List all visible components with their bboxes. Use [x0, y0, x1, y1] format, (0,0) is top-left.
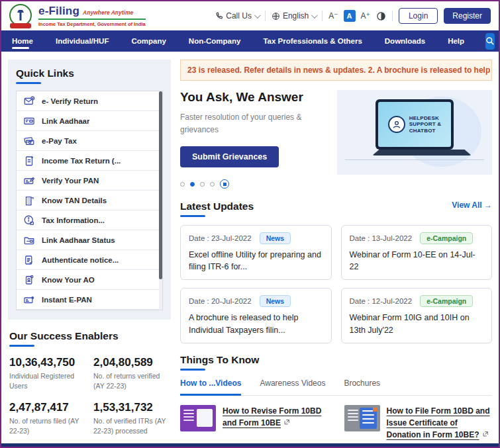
- update-card[interactable]: Date : 23-Jul-2022 News Excel offline Ut…: [180, 225, 332, 280]
- things-to-know-title: Things To Know: [180, 354, 492, 366]
- quick-link-know-tan-details[interactable]: Know TAN Details: [17, 191, 162, 210]
- quick-link-know-your-ao[interactable]: Know Your AO: [17, 270, 162, 290]
- laptop-illustration: HELPDESK SUPPORT & CHATBOT: [372, 99, 457, 156]
- register-button[interactable]: Register: [444, 8, 491, 24]
- login-button[interactable]: Login: [399, 8, 438, 24]
- success-enablers-section: Our Success Enablers 10,36,43,750 Indivi…: [8, 330, 171, 448]
- title-underline: [180, 215, 205, 217]
- brand-title: e-Filing: [38, 5, 79, 18]
- carousel-dot-1[interactable]: [180, 182, 185, 187]
- update-title: Excel offline Utility for preparing and …: [189, 249, 323, 273]
- quick-link-tax-information[interactable]: Tax Information...: [17, 210, 162, 230]
- scrollbar-thumb[interactable]: [159, 91, 162, 279]
- font-decrease-button[interactable]: A⁻: [328, 11, 338, 21]
- video-link-revise-form-10bd[interactable]: How to Revise Form 10BD and Form 10BE: [180, 405, 328, 441]
- tab-how-to-videos[interactable]: How to ...Videos: [180, 379, 241, 396]
- quick-link-verify-your-pan[interactable]: Verify Your PAN: [17, 171, 162, 191]
- latest-updates-view-all-link[interactable]: View All →: [452, 201, 492, 210]
- nav-item-company[interactable]: Company: [130, 30, 167, 52]
- footer-strip: [1, 443, 499, 447]
- nav-item-downloads[interactable]: Downloads: [383, 30, 426, 52]
- you-ask-title: You Ask, We Answer: [180, 90, 330, 105]
- helpdesk-illustration: HELPDESK SUPPORT & CHATBOT: [337, 90, 492, 175]
- carousel-dot-4[interactable]: [210, 182, 215, 187]
- external-link-icon: [283, 419, 290, 426]
- chevron-down-icon: [254, 12, 261, 19]
- carousel-pause-button[interactable]: [220, 179, 229, 189]
- quick-link-link-aadhaar-status[interactable]: Link Aadhaar Status: [17, 230, 162, 250]
- news-badge: News: [260, 295, 291, 307]
- nav-item-home[interactable]: Home: [11, 30, 34, 52]
- success-enablers-title: Our Success Enablers: [9, 330, 170, 342]
- font-increase-button[interactable]: A⁺: [361, 11, 370, 21]
- news-badge: News: [260, 232, 291, 244]
- quick-link-instant-e-pan[interactable]: Instant E-PAN: [17, 290, 162, 310]
- call-us-menu[interactable]: Call Us: [215, 11, 259, 21]
- tab-awareness-videos[interactable]: Awareness Videos: [260, 379, 325, 395]
- divider: [322, 11, 323, 21]
- language-label: English: [283, 11, 309, 21]
- title-underline: [9, 345, 34, 347]
- quick-link-authenticate-notice[interactable]: Authenticate notice...: [17, 250, 162, 270]
- update-title: A brochure is released to help Individua…: [189, 312, 323, 336]
- tab-brochures[interactable]: Brochures: [344, 379, 380, 395]
- update-card[interactable]: Date : 12-Jul-2022 e-Campaign Webinar Fo…: [341, 288, 493, 343]
- latest-updates-section: Latest Updates View All → Date : 23-Jul-…: [180, 201, 492, 343]
- video-link-file-form-10bd[interactable]: How to File Form 10BD and Issue Certific…: [344, 405, 493, 441]
- update-title: Webinar Form 10IG and 10IH on 13th July'…: [350, 312, 484, 336]
- chevron-down-icon: [311, 12, 318, 19]
- folder-card-icon: [23, 234, 35, 246]
- title-underline: [180, 369, 205, 371]
- quick-link-e-pay-tax[interactable]: e-Pay Tax: [17, 131, 162, 151]
- update-date: Date : 20-Jul-2022: [189, 297, 252, 305]
- divider: [392, 11, 393, 21]
- update-card[interactable]: Date : 20-Jul-2022 News A brochure is re…: [180, 288, 332, 343]
- income-tax-emblem-logo: [9, 4, 33, 28]
- ashoka-pillar-icon: [17, 10, 24, 21]
- stat-itrs-processed: 1,53,31,732 No. of verified ITRs (AY 22-…: [93, 401, 170, 435]
- update-date: Date : 23-Jul-2022: [189, 234, 252, 242]
- quick-link-income-tax-return[interactable]: Income Tax Return (...: [17, 151, 162, 171]
- search-button[interactable]: [485, 33, 495, 50]
- file-plus-icon: [23, 155, 35, 167]
- quick-links-list: e- Verify Return Link Aadhaar e-Pay Tax …: [16, 91, 163, 310]
- helpdesk-screen-text: HELPDESK SUPPORT & CHATBOT: [409, 115, 441, 134]
- phone-icon: [215, 12, 223, 20]
- update-card[interactable]: Date : 13-Jul-2022 e-Campaign Webinar of…: [341, 225, 493, 280]
- video-thumbnail[interactable]: [180, 405, 216, 431]
- nav-item-tax-professionals[interactable]: Tax Professionals & Others: [262, 30, 363, 52]
- font-size-controls: A⁻ A A⁺: [328, 10, 370, 22]
- stat-returns-verified: 2,04,80,589 No. of returns verified (AY …: [93, 356, 170, 390]
- scrollbar-track[interactable]: [159, 91, 162, 310]
- nav-item-individual-huf[interactable]: Individual/HUF: [54, 30, 111, 52]
- external-link-icon: [482, 431, 489, 437]
- banknotes-icon: [23, 135, 35, 147]
- nav-item-help[interactable]: Help: [446, 30, 466, 52]
- carousel-dot-2[interactable]: [190, 182, 195, 187]
- latest-updates-title: Latest Updates: [180, 201, 254, 212]
- update-date: Date : 13-Jul-2022: [350, 234, 413, 242]
- submit-grievances-button[interactable]: Submit Grievances: [180, 146, 279, 167]
- brand-tagline: Anywhere Anytime: [83, 9, 133, 16]
- mail-check-icon: [23, 95, 35, 107]
- video-thumbnail[interactable]: [344, 405, 380, 431]
- emblem-ribbon: [10, 23, 31, 28]
- brand-divider: [38, 19, 146, 20]
- font-normal-button[interactable]: A: [344, 10, 356, 22]
- update-date: Date : 12-Jul-2022: [350, 297, 413, 305]
- things-to-know-tabs: How to ...Videos Awareness Videos Brochu…: [180, 379, 492, 396]
- carousel-dot-3[interactable]: [200, 182, 205, 187]
- id-card-icon: [23, 115, 35, 127]
- brand-block: e-Filing Anywhere Anytime Income Tax Dep…: [38, 5, 146, 27]
- nav-item-non-company[interactable]: Non-Company: [187, 30, 242, 52]
- e-campaign-badge: e-Campaign: [420, 295, 473, 307]
- quick-links-title: Quick Links: [16, 67, 163, 79]
- language-menu[interactable]: English: [272, 11, 316, 21]
- quick-links-panel: Quick Links e- Verify Return Link Aadhaa…: [8, 60, 171, 320]
- carousel-dots: [180, 179, 330, 189]
- quick-link-e-verify-return[interactable]: e- Verify Return: [17, 91, 162, 111]
- doc-check-icon: [23, 254, 35, 266]
- quick-link-link-aadhaar[interactable]: Link Aadhaar: [17, 111, 162, 131]
- contrast-toggle-icon[interactable]: [376, 11, 386, 21]
- announcement-ticker[interactable]: 23 is released. Refer details in news & …: [180, 60, 492, 81]
